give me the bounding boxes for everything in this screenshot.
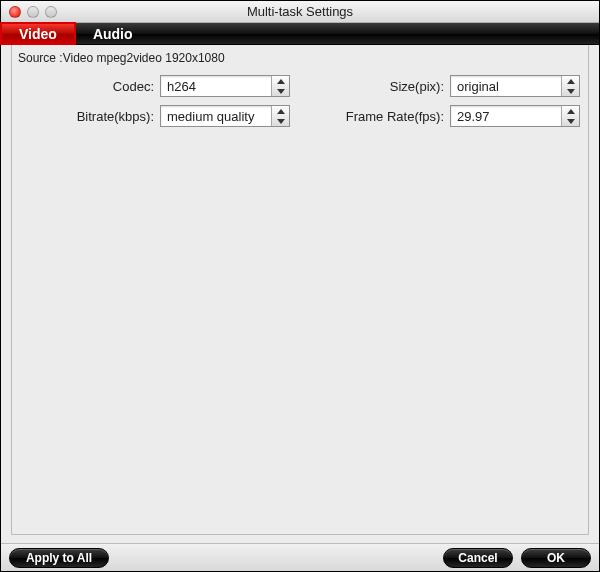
settings-window: Multi-task Settings Video Audio Source :… <box>0 0 600 572</box>
ok-button[interactable]: OK <box>521 548 591 568</box>
chevron-up-icon <box>272 76 289 86</box>
codec-stepper[interactable] <box>271 76 289 96</box>
bitrate-select[interactable]: medium quality <box>160 105 290 127</box>
chevron-up-icon <box>272 106 289 116</box>
bitrate-label: Bitrate(kbps): <box>77 109 154 124</box>
bitrate-stepper[interactable] <box>271 106 289 126</box>
apply-to-all-label: Apply to All <box>26 551 92 565</box>
row-size: Size(pix): original <box>310 75 580 97</box>
chevron-up-icon <box>562 106 579 116</box>
window-controls <box>9 6 57 18</box>
apply-to-all-button[interactable]: Apply to All <box>9 548 109 568</box>
close-window-button[interactable] <box>9 6 21 18</box>
chevron-down-icon <box>562 116 579 126</box>
chevron-down-icon <box>272 116 289 126</box>
tab-video[interactable]: Video <box>1 23 75 44</box>
form-area: Codec: h264 Bitrate(kbps): medium qualit… <box>12 67 588 127</box>
size-select[interactable]: original <box>450 75 580 97</box>
framerate-select[interactable]: 29.97 <box>450 105 580 127</box>
tab-audio[interactable]: Audio <box>75 23 151 44</box>
bottom-bar: Apply to All Cancel OK <box>1 543 599 571</box>
source-info: Source :Video mpeg2video 1920x1080 <box>12 45 588 67</box>
chevron-down-icon <box>272 86 289 96</box>
form-col-right: Size(pix): original Frame Rate(fps): 29.… <box>310 75 580 127</box>
chevron-up-icon <box>562 76 579 86</box>
ok-label: OK <box>547 551 565 565</box>
tab-video-label: Video <box>19 26 57 42</box>
window-title: Multi-task Settings <box>1 4 599 19</box>
framerate-stepper[interactable] <box>561 106 579 126</box>
row-bitrate: Bitrate(kbps): medium quality <box>20 105 290 127</box>
codec-label: Codec: <box>113 79 154 94</box>
codec-select[interactable]: h264 <box>160 75 290 97</box>
cancel-button[interactable]: Cancel <box>443 548 513 568</box>
framerate-label: Frame Rate(fps): <box>346 109 444 124</box>
titlebar: Multi-task Settings <box>1 1 599 23</box>
framerate-value: 29.97 <box>457 109 561 124</box>
zoom-window-button[interactable] <box>45 6 57 18</box>
row-codec: Codec: h264 <box>20 75 290 97</box>
minimize-window-button[interactable] <box>27 6 39 18</box>
codec-value: h264 <box>167 79 271 94</box>
bitrate-value: medium quality <box>167 109 271 124</box>
form-col-left: Codec: h264 Bitrate(kbps): medium qualit… <box>20 75 290 127</box>
chevron-down-icon <box>562 86 579 96</box>
tab-audio-label: Audio <box>93 26 133 42</box>
empty-body <box>12 127 588 534</box>
size-stepper[interactable] <box>561 76 579 96</box>
row-framerate: Frame Rate(fps): 29.97 <box>310 105 580 127</box>
cancel-label: Cancel <box>458 551 497 565</box>
size-value: original <box>457 79 561 94</box>
content-panel: Source :Video mpeg2video 1920x1080 Codec… <box>11 45 589 535</box>
size-label: Size(pix): <box>390 79 444 94</box>
tab-bar: Video Audio <box>1 23 599 45</box>
